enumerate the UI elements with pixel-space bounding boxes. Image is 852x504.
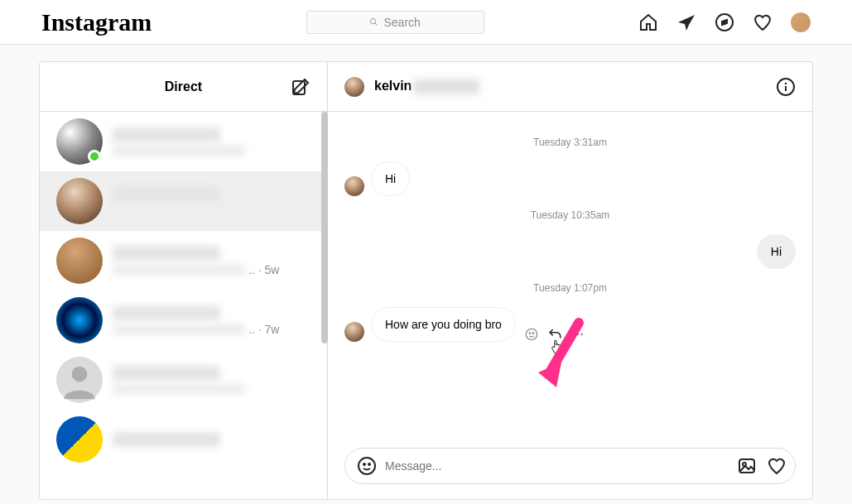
avatar <box>56 178 103 224</box>
svg-point-12 <box>573 334 575 336</box>
compose-icon <box>291 77 310 97</box>
rail-title: Direct <box>165 79 202 94</box>
chat-panel: kelvin Tuesday 3:31am Hi Tuesday 10:35am… <box>328 62 812 499</box>
svg-marker-16 <box>538 362 561 387</box>
conversation-preview-redacted <box>113 204 245 216</box>
more-button[interactable] <box>570 327 585 342</box>
direct-container: Direct <box>39 61 813 500</box>
message-row-incoming: How are you doing bro <box>344 307 796 342</box>
chat-header-avatar[interactable] <box>344 77 364 97</box>
conversation-item[interactable]: .. · 5w <box>40 231 327 290</box>
conversation-item[interactable]: .. · 7w <box>40 290 327 350</box>
emoji-button[interactable] <box>357 456 377 476</box>
rail-scrollbar[interactable] <box>321 112 328 343</box>
image-icon <box>737 456 757 476</box>
message-row-outgoing: Hi <box>344 234 796 269</box>
search-placeholder: Search <box>383 16 420 29</box>
compose-button[interactable] <box>291 77 310 97</box>
info-icon <box>776 77 796 97</box>
svg-point-5 <box>72 367 88 382</box>
message-timestamp: Tuesday 1:07pm <box>344 282 796 294</box>
conversation-list: .. · 5w .. · 7w <box>40 112 327 499</box>
conversation-preview-redacted <box>113 264 245 276</box>
conversation-rail: Direct <box>40 62 328 499</box>
message-bubble[interactable]: Hi <box>371 161 410 196</box>
info-button[interactable] <box>776 77 796 97</box>
like-button[interactable] <box>767 456 787 476</box>
svg-point-17 <box>359 458 375 474</box>
chat-body: Tuesday 3:31am Hi Tuesday 10:35am Hi Tue… <box>328 112 812 436</box>
heart-icon <box>767 456 787 476</box>
svg-point-9 <box>526 329 537 339</box>
nav-icons <box>638 12 811 32</box>
message-bubble[interactable]: How are you doing bro <box>371 307 516 342</box>
search-icon <box>369 17 378 26</box>
photo-button[interactable] <box>737 456 757 476</box>
avatar <box>56 238 103 284</box>
conversation-preview-redacted <box>113 383 245 395</box>
svg-point-0 <box>371 18 376 23</box>
home-icon[interactable] <box>638 12 658 32</box>
messages-icon[interactable] <box>676 12 696 32</box>
chat-header: kelvin <box>328 62 812 112</box>
svg-point-14 <box>580 334 583 336</box>
message-timestamp: Tuesday 3:31am <box>344 137 796 148</box>
conversation-name-redacted <box>113 432 220 447</box>
svg-point-10 <box>529 333 530 334</box>
svg-point-7 <box>785 82 787 84</box>
conversation-item[interactable] <box>40 171 327 231</box>
chat-header-name-redacted <box>413 79 479 94</box>
message-avatar[interactable] <box>344 176 364 196</box>
logo[interactable]: Instagram <box>41 8 152 36</box>
conversation-name-redacted <box>113 187 220 202</box>
conversation-item[interactable] <box>40 112 327 171</box>
avatar <box>56 297 103 343</box>
svg-point-19 <box>368 463 370 465</box>
conversation-name-redacted <box>113 366 220 381</box>
activity-icon[interactable] <box>753 12 773 32</box>
online-indicator <box>88 150 101 163</box>
conversation-preview-redacted <box>113 324 245 335</box>
conversation-item[interactable] <box>40 410 327 469</box>
svg-point-11 <box>532 333 533 334</box>
message-avatar[interactable] <box>344 322 364 342</box>
conversation-time: .. · 7w <box>248 323 279 336</box>
conversation-time: .. · 5w <box>248 263 279 276</box>
avatar <box>56 357 103 403</box>
conversation-name-redacted <box>113 305 220 320</box>
explore-icon[interactable] <box>715 12 734 32</box>
reply-button[interactable] <box>547 327 562 342</box>
svg-line-1 <box>375 23 378 26</box>
rail-header: Direct <box>40 62 327 112</box>
conversation-name-redacted <box>113 246 220 261</box>
message-composer <box>344 448 796 484</box>
avatar <box>56 118 103 165</box>
message-bubble[interactable]: Hi <box>757 234 796 269</box>
more-icon <box>571 328 585 341</box>
message-timestamp: Tuesday 10:35am <box>344 209 796 221</box>
profile-avatar[interactable] <box>791 12 811 32</box>
conversation-name-redacted <box>113 127 220 142</box>
avatar <box>56 416 103 463</box>
top-navbar: Instagram Search <box>0 0 852 45</box>
reply-icon <box>547 327 562 342</box>
svg-point-13 <box>577 334 580 336</box>
chat-header-name[interactable]: kelvin <box>374 79 479 94</box>
svg-point-18 <box>363 463 365 465</box>
search-input[interactable]: Search <box>306 11 484 34</box>
message-row-incoming: Hi <box>344 161 796 196</box>
react-button[interactable] <box>524 327 539 342</box>
conversation-preview-redacted <box>113 145 245 156</box>
conversation-item[interactable] <box>40 350 327 410</box>
svg-marker-3 <box>722 20 727 25</box>
message-actions <box>524 327 585 342</box>
smile-icon <box>525 328 538 341</box>
message-input[interactable] <box>377 459 737 473</box>
smile-icon <box>357 456 377 476</box>
